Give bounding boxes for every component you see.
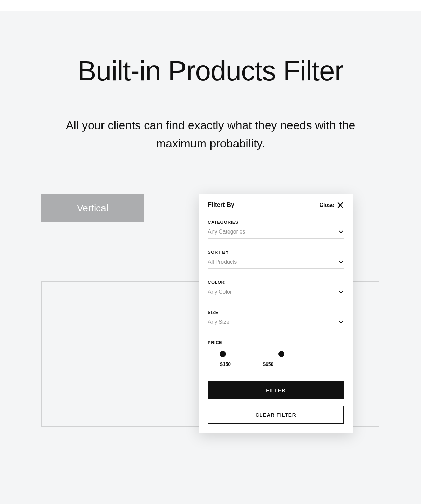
section-sort: SORT BY All Products — [199, 250, 353, 269]
clear-filter-button[interactable]: CLEAR FILTER — [208, 406, 344, 424]
select-color-value: Any Color — [208, 289, 232, 295]
select-size-value: Any Size — [208, 319, 229, 325]
filter-panel-header: Filtert By Close — [199, 194, 353, 209]
select-categories-value: Any Categories — [208, 229, 245, 235]
section-size-label: SIZE — [208, 310, 344, 315]
price-labels: $150 $650 — [208, 361, 344, 367]
section-size: SIZE Any Size — [199, 310, 353, 329]
filter-panel-title: Filtert By — [208, 201, 234, 209]
section-price: PRICE $150 $650 — [199, 340, 353, 367]
select-sort[interactable]: All Products — [208, 259, 344, 269]
price-max-label: $650 — [263, 361, 273, 367]
section-color: COLOR Any Color — [199, 280, 353, 299]
select-size[interactable]: Any Size — [208, 319, 344, 329]
price-slider[interactable] — [208, 350, 344, 357]
filter-button[interactable]: FILTER — [208, 381, 344, 399]
slider-handle-max[interactable] — [278, 351, 284, 357]
select-sort-value: All Products — [208, 259, 237, 265]
chevron-down-icon — [338, 290, 344, 294]
slider-track-fill — [223, 354, 281, 354]
section-price-label: PRICE — [208, 340, 344, 345]
close-label: Close — [319, 202, 334, 208]
chevron-down-icon — [338, 230, 344, 234]
select-categories[interactable]: Any Categories — [208, 229, 344, 239]
select-color[interactable]: Any Color — [208, 289, 344, 299]
tab-vertical[interactable]: Vertical — [41, 194, 144, 222]
section-categories-label: CATEGORIES — [208, 220, 344, 225]
price-min-label: $150 — [220, 361, 231, 367]
close-button[interactable]: Close — [319, 202, 344, 209]
close-icon — [337, 202, 344, 209]
section-categories: CATEGORIES Any Categories — [199, 220, 353, 239]
section-sort-label: SORT BY — [208, 250, 344, 255]
section-color-label: COLOR — [208, 280, 344, 285]
page-title: Built-in Products Filter — [0, 55, 421, 87]
chevron-down-icon — [338, 320, 344, 324]
filter-panel: Filtert By Close CATEGORIES Any Categori… — [199, 194, 353, 433]
page-subtitle: All your clients can find exactly what t… — [51, 116, 370, 152]
chevron-down-icon — [338, 260, 344, 264]
tab-vertical-label: Vertical — [77, 203, 108, 214]
slider-handle-min[interactable] — [220, 351, 226, 357]
